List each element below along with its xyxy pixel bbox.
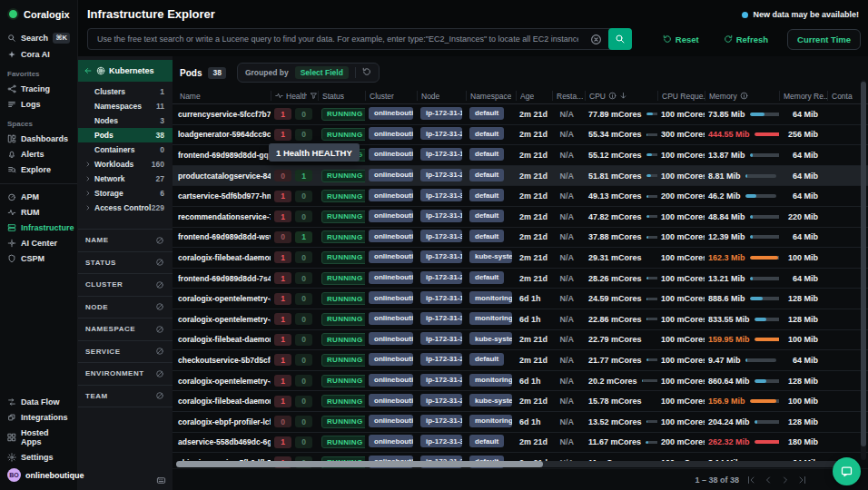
panel-item-storage[interactable]: Storage 6 <box>77 186 173 201</box>
panel-item-clusters[interactable]: Clusters 1 <box>77 84 173 99</box>
table-row[interactable]: coralogix-opentelemetry-agen... 10 RUNNI… <box>173 309 868 330</box>
memory-request-value: 128 Mib <box>779 315 827 324</box>
table-row[interactable]: adservice-558db469dc-6gz4b 10 RUNNING on… <box>173 433 868 454</box>
unhealthy-badge: 1 <box>274 396 291 407</box>
new-data-notice[interactable]: New data may be available! <box>742 10 859 19</box>
table-row[interactable]: coralogix-filebeat-daemonset-... 10 RUNN… <box>173 330 868 351</box>
panel-item-containers[interactable]: Containers 0 <box>77 142 173 157</box>
filter-name[interactable]: NAME <box>77 229 173 251</box>
column-header-cpu[interactable]: CPU <box>585 91 657 101</box>
filter-team[interactable]: TEAM <box>77 385 173 407</box>
group-reset-button[interactable] <box>355 67 371 78</box>
table-row[interactable]: coralogix-filebeat-daemonset-... 10 RUNN… <box>173 391 868 412</box>
horizontal-scrollbar[interactable] <box>176 461 855 467</box>
filter-cluster[interactable]: CLUSTER <box>77 273 173 296</box>
account-item[interactable]: BO onlineboutique <box>0 465 77 485</box>
panel-item-nodes[interactable]: Nodes 3 <box>77 113 173 128</box>
panel-item-workloads[interactable]: Workloads 160 <box>77 157 173 172</box>
column-header-age[interactable]: Age <box>516 91 552 101</box>
table-row[interactable]: coralogix-ebpf-profiler-lcf4hc 00 RUNNIN… <box>173 412 868 433</box>
column-header-restarts[interactable]: Resta... <box>552 91 585 101</box>
refresh-button[interactable]: Refresh <box>718 34 774 45</box>
column-header-node[interactable]: Node <box>417 91 466 101</box>
filter-node[interactable]: NODE <box>77 296 173 318</box>
column-header-cluster[interactable]: Cluster <box>365 91 417 101</box>
scope-icon[interactable] <box>155 258 164 267</box>
nav-item-integrations[interactable]: Integrations <box>0 409 77 425</box>
panel-header-kubernetes[interactable]: Kubernetes <box>77 60 173 82</box>
vertical-scrollbar[interactable] <box>861 80 866 460</box>
table-row[interactable]: productcatalogservice-84757f... 01 RUNNI… <box>173 166 868 187</box>
column-header-cpu-requests[interactable]: CPU Reque... <box>657 91 705 101</box>
nav-item-data-flow[interactable]: Data Flow <box>0 394 77 409</box>
table-row[interactable]: frontend-69d989d8dd-wsvgt 01 RUNNING onl… <box>173 228 868 249</box>
grouped-by-select[interactable]: Select Field <box>295 66 349 79</box>
filter-service[interactable]: SERVICE <box>77 340 173 363</box>
filter-status[interactable]: STATUS <box>77 251 173 274</box>
node-tag: ip-172-31-3... <box>420 332 462 345</box>
nav-item-explore[interactable]: Explore <box>0 162 77 177</box>
nav-item-apm[interactable]: APM <box>0 189 77 204</box>
column-header-memory-requests[interactable]: Memory Re... <box>779 91 827 101</box>
node-tag: ip-172-31-1... <box>420 291 462 304</box>
restarts-value: N/A <box>552 335 585 344</box>
panel-item-network[interactable]: Network 27 <box>77 172 173 186</box>
table-row[interactable]: checkoutservice-5b7d5cf87b-... 10 RUNNIN… <box>173 350 868 371</box>
column-header-health[interactable]: Health <box>271 91 318 101</box>
prev-page-button[interactable] <box>763 475 774 485</box>
scope-icon[interactable] <box>155 236 164 245</box>
nav-item-rum[interactable]: RUM <box>0 204 77 220</box>
table-row[interactable]: coralogix-opentelemetry-agen... 10 RUNNI… <box>173 371 868 392</box>
table-row[interactable]: coralogix-opentelemetry-agen... 10 RUNNI… <box>173 289 868 309</box>
scope-icon[interactable] <box>155 391 164 400</box>
table-row[interactable]: recommendationservice-7887... 10 RUNNING… <box>173 207 868 228</box>
reset-button[interactable]: Reset <box>657 34 705 45</box>
panel-item-pods[interactable]: Pods 38 <box>77 128 173 142</box>
alerts-icon <box>7 150 16 159</box>
column-header-memory[interactable]: Memory <box>705 91 779 101</box>
panel-item-access-control[interactable]: Access Control 229 <box>77 201 173 215</box>
column-header-namespace[interactable]: Namespace <box>466 91 516 101</box>
last-page-button[interactable] <box>797 475 808 485</box>
sort-desc-icon[interactable] <box>619 92 627 100</box>
search-submit-button[interactable] <box>608 28 632 50</box>
memory-value: 8.81 Mib <box>708 172 741 181</box>
nav-item-settings[interactable]: Settings <box>0 449 77 465</box>
nav-item-alerts[interactable]: Alerts <box>0 146 77 162</box>
current-time-button[interactable]: Current Time <box>787 29 861 50</box>
scope-icon[interactable] <box>155 302 164 311</box>
back-arrow-icon[interactable] <box>84 66 93 75</box>
filter-icon[interactable] <box>310 92 318 100</box>
table-row[interactable]: loadgenerator-5964dcc9c-prptg 10 RUNNING… <box>173 125 868 146</box>
filter-environment[interactable]: ENVIRONMENT <box>77 362 173 385</box>
next-page-button[interactable] <box>780 475 791 485</box>
first-page-button[interactable] <box>745 475 756 485</box>
table-row[interactable]: frontend-69d989d8dd-7s44j 10 RUNNING onl… <box>173 269 868 289</box>
chat-support-button[interactable] <box>833 457 861 485</box>
scope-icon[interactable] <box>155 325 164 334</box>
nav-item-hosted-apps[interactable]: Hosted Apps <box>0 425 77 449</box>
collapse-panel-icon[interactable] <box>156 475 166 485</box>
nav-item-cspm[interactable]: CSPM <box>0 250 77 266</box>
table-row[interactable]: coralogix-filebeat-daemonset-... 10 RUNN… <box>173 248 868 269</box>
table-row[interactable]: cartservice-5df6bd977-hmdfr 10 RUNNING o… <box>173 186 868 207</box>
nav-item-ai-center[interactable]: AI Center <box>0 235 77 250</box>
panel-item-namespaces[interactable]: Namespaces 11 <box>77 99 173 113</box>
nav-item-logs[interactable]: Logs <box>0 96 77 112</box>
column-header-name[interactable]: Name <box>176 92 271 101</box>
filter-namespace[interactable]: NAMESPACE <box>77 318 173 340</box>
nav-item-dashboards[interactable]: Dashboards <box>0 131 77 146</box>
coralogix-logo[interactable]: Coralogix <box>0 0 77 29</box>
scope-icon[interactable] <box>155 347 164 356</box>
table-row[interactable]: currencyservice-5fccf7b7c-5z... 10 RUNNI… <box>173 104 868 125</box>
column-header-status[interactable]: Status <box>318 91 365 101</box>
search-input[interactable] <box>87 28 632 50</box>
column-header-containers[interactable]: Conta... <box>827 91 853 101</box>
clear-search-icon[interactable] <box>590 34 602 45</box>
scope-icon[interactable] <box>155 369 164 378</box>
scope-icon[interactable] <box>155 280 164 289</box>
nav-item-search[interactable]: Search ⌘K <box>0 29 77 46</box>
nav-item-infrastructure[interactable]: Infrastructure <box>0 220 77 235</box>
nav-item-cora-ai[interactable]: Cora AI <box>0 46 77 62</box>
nav-item-tracing[interactable]: Tracing <box>0 81 77 96</box>
